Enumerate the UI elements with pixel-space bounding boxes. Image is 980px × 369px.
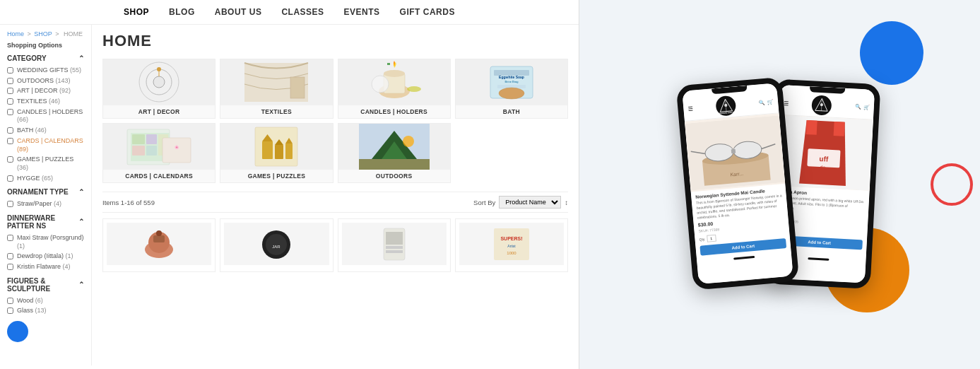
checkbox-outdoors[interactable] (7, 78, 13, 84)
left-phone-logo: INGEBRETSEN'S (715, 95, 736, 117)
main-content: HOME ART | DECOR (92, 25, 579, 365)
sidebar-blue-circle (7, 321, 28, 342)
category-section-title: CATEGORY ⌃ (7, 54, 84, 62)
sidebar-item-bath[interactable]: BATH (46) (7, 127, 84, 135)
ornament-collapse-icon[interactable]: ⌃ (78, 188, 84, 196)
svg-text:uff: uff (819, 155, 829, 163)
svg-rect-40 (359, 159, 430, 170)
category-card-outdoors[interactable]: OUTDOORS (338, 123, 451, 183)
nav-blog[interactable]: BLOG (169, 7, 195, 17)
product-image-3 (342, 223, 447, 265)
games-puzzles-label: GAMES | PUZZLES (220, 170, 332, 182)
category-grid: ART | DECOR TEXTILES (102, 59, 568, 183)
nav-gift-cards[interactable]: GIFT CARDS (400, 7, 455, 17)
left-phone-qty-box[interactable]: 1 (706, 235, 716, 242)
category-card-cards-calendars[interactable]: 🌸 CARDS | CALENDARS (102, 123, 216, 183)
checkbox-candles-holders[interactable] (7, 109, 13, 115)
checkbox-textiles[interactable] (7, 98, 13, 105)
website-panel: SHOP BLOG ABOUT US CLASSES EVENTS GIFT C… (0, 0, 579, 369)
checkbox-cards-calendars[interactable] (7, 138, 13, 144)
sidebar-item-games-puzzles[interactable]: GAMES | PUZZLES (36) (7, 156, 84, 172)
svg-rect-31 (275, 145, 283, 159)
category-card-bath[interactable]: Eggwhite Soap Brine Brag BATH (455, 59, 568, 119)
left-phone-cart-icon: 🛒 (767, 99, 774, 105)
sidebar-item-wedding-gifts[interactable]: WEDDING GIFTS (55) (7, 66, 84, 75)
figures-section-title: FIGURES & SCULPTURE ⌃ (7, 277, 84, 293)
sort-controls: Sort By Product Name ↕ (473, 196, 568, 209)
checkbox-glass[interactable] (7, 308, 13, 314)
games-image (220, 124, 332, 170)
sidebar-item-straw-paper[interactable]: Straw/Paper (4) (7, 200, 84, 209)
left-phone-screen: ☰ INGEBRETSEN'S 🔍 🛒 (682, 83, 793, 284)
breadcrumb-sep2: > (55, 30, 61, 37)
checkbox-wood[interactable] (7, 298, 13, 304)
outdoors-label: OUTDOORS (338, 170, 450, 182)
sidebar-item-hygge[interactable]: HYGGE (65) (7, 175, 84, 183)
category-card-games-puzzles[interactable]: GAMES | PUZZLES (220, 123, 333, 183)
checkbox-kristin-flatware[interactable] (7, 264, 13, 270)
category-collapse-icon[interactable]: ⌃ (78, 54, 84, 62)
main-area: Home > SHOP > HOME Shopping Options CATE… (0, 25, 579, 365)
sidebar-item-kristin-flatware[interactable]: Kristin Flatware (4) (7, 263, 84, 271)
sidebar-item-art-decor[interactable]: ART | DECOR (92) (7, 87, 84, 95)
art-decor-image (103, 59, 215, 105)
breadcrumb-shop[interactable]: SHOP (34, 30, 52, 37)
candles-label: CANDLES | HOLDERS (338, 105, 450, 118)
nav-classes[interactable]: CLASSES (281, 7, 324, 17)
checkbox-games-puzzles[interactable] (7, 156, 13, 163)
checkbox-bath[interactable] (7, 127, 13, 134)
dinnerware-collapse-icon[interactable]: ⌃ (78, 218, 84, 226)
art-decor-label: ART | DECOR (103, 105, 215, 118)
sidebar-item-outdoors[interactable]: OUTDOORS (143) (7, 77, 84, 86)
svg-text:SUPERS!: SUPERS! (500, 236, 522, 241)
right-phone-notch (809, 86, 844, 94)
svg-rect-6 (290, 77, 305, 98)
sort-direction-icon[interactable]: ↕ (565, 199, 568, 206)
checkbox-hygge[interactable] (7, 175, 13, 182)
category-card-candles-holders[interactable]: CANDLES | HOLDERS (338, 59, 451, 119)
sidebar-item-cards-calendars[interactable]: CARDS | CALENDARS (89) (7, 137, 84, 153)
svg-rect-23 (146, 134, 157, 144)
svg-rect-22 (132, 146, 145, 156)
sidebar-item-wood[interactable]: Wood (6) (7, 297, 84, 305)
shopping-options-label: Shopping Options (7, 42, 84, 49)
phones-container: ☰ INGEBRETSEN'S 🔍 🛒 (674, 82, 886, 287)
svg-point-2 (153, 76, 165, 88)
sidebar-item-dewdrop[interactable]: Dewdrop (Iittala) (1) (7, 252, 84, 261)
breadcrumb-home[interactable]: Home (7, 30, 24, 37)
svg-rect-49 (386, 232, 403, 245)
checkbox-art-decor[interactable] (7, 88, 13, 94)
outdoors-image (338, 124, 450, 170)
left-phone-menu-icon: ☰ (687, 105, 693, 112)
checkbox-maxi-straw[interactable] (7, 235, 13, 241)
decorative-panel: ☰ INGEBRETSEN'S 🔍 🛒 (579, 0, 980, 369)
right-phone-search-icon: 🔍 (854, 104, 861, 110)
sidebar-item-candles-holders[interactable]: CANDLES | HOLDERS (66) (7, 108, 84, 124)
nav-about[interactable]: ABOUT US (215, 7, 262, 17)
checkbox-straw-paper[interactable] (7, 201, 13, 207)
sort-select[interactable]: Product Name (499, 196, 561, 209)
sidebar-item-glass[interactable]: Glass (13) (7, 307, 84, 315)
sidebar-item-maxi-straw[interactable]: Maxi Straw (Porsgrund) (1) (7, 234, 84, 250)
dinnerware-section-title: DINNERWARE PATTER NS ⌃ (7, 214, 84, 230)
nav-events[interactable]: EVENTS (344, 7, 380, 17)
breadcrumb-sep1: > (28, 30, 33, 37)
nav-shop[interactable]: SHOP (124, 7, 149, 17)
product-grid: JAR (102, 218, 568, 272)
cards-image: 🌸 (103, 124, 215, 170)
category-card-textiles[interactable]: TEXTILES (220, 59, 333, 119)
product-card-3 (338, 218, 451, 272)
svg-text:da.: da. (820, 165, 827, 170)
svg-rect-24 (146, 146, 157, 156)
bath-label: BATH (456, 105, 567, 118)
sidebar-item-textiles[interactable]: TEXTILES (46) (7, 98, 84, 106)
left-phone: ☰ INGEBRETSEN'S 🔍 🛒 (675, 77, 799, 291)
checkbox-dewdrop[interactable] (7, 253, 13, 259)
checkbox-wedding-gifts[interactable] (7, 67, 13, 74)
product-card-1 (102, 218, 216, 272)
svg-rect-21 (132, 134, 145, 144)
category-card-art-decor[interactable]: ART | DECOR (102, 59, 216, 119)
svg-point-10 (372, 76, 389, 93)
figures-collapse-icon[interactable]: ⌃ (78, 281, 84, 288)
right-phone-bottom-bar (808, 257, 829, 261)
